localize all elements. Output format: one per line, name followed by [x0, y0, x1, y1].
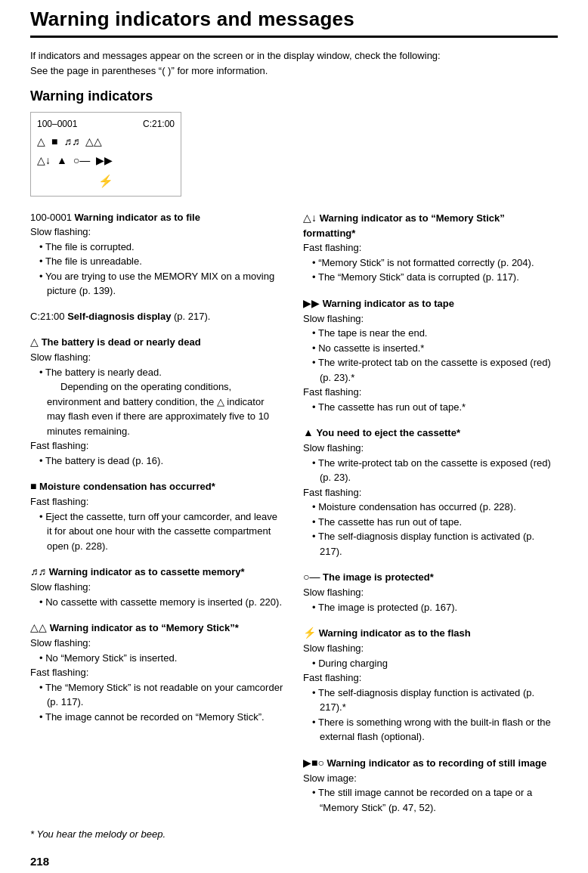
entry-ms-format: △↓ Warning indicator as to “Memory Stick… — [303, 210, 558, 285]
footnote: * You hear the melody or beep. — [30, 828, 558, 840]
entry-eject: ▲ You need to eject the cassette* Slow f… — [303, 425, 558, 559]
list-item: The battery is dead (p. 16). — [39, 454, 285, 469]
list-item: During charging — [312, 656, 558, 671]
display-icon-row1: △ ■ ♬♬ △△ — [37, 133, 175, 150]
list-item: The write-protect tab on the cassette is… — [312, 355, 558, 385]
list-item: The image is protected (p. 167). — [312, 600, 558, 615]
display-top-left: 100–0001 — [37, 117, 77, 132]
list-item: “Memory Stick” is not formatted correctl… — [312, 255, 558, 271]
list-item: No “Memory Stick” is inserted. — [39, 651, 285, 666]
entry-battery: △ The battery is dead or nearly dead Slo… — [30, 334, 285, 468]
list-item: Eject the cassette, turn off your camcor… — [39, 509, 285, 554]
list-item: The self-diagnosis display function is a… — [312, 686, 558, 715]
entry-cassette-mem: ♬♬ Warning indicator as to cassette memo… — [30, 564, 285, 609]
list-item: There is something wrong with the built-… — [312, 715, 558, 745]
content-columns: 100-0001 Warning indicator as to file Sl… — [30, 210, 558, 826]
entry-self-diag: C:21:00 Self-diagnosis display (p. 217). — [30, 309, 285, 324]
left-column: 100-0001 Warning indicator as to file Sl… — [30, 210, 285, 826]
page-title: Warning indicators and messages — [30, 0, 558, 38]
list-item: The file is corrupted. — [39, 240, 285, 255]
intro-paragraph: If indicators and messages appear on the… — [30, 48, 558, 78]
entry-file: 100-0001 Warning indicator as to file Sl… — [30, 210, 285, 299]
display-flash-icon: ⚡ — [37, 172, 175, 191]
entry-moisture: ■ Moisture condensation has occurred* Fa… — [30, 478, 285, 553]
list-item: The tape is near the end. — [312, 326, 558, 341]
list-item: Moisture condensation has occurred (p. 2… — [312, 500, 558, 515]
list-item: The battery is nearly dead. Depending on… — [39, 365, 285, 439]
list-item: You are trying to use the MEMORY MIX on … — [39, 269, 285, 299]
right-column: △↓ Warning indicator as to “Memory Stick… — [303, 210, 558, 826]
list-item: The cassette has run out of tape.* — [312, 400, 558, 415]
list-item: The image cannot be recorded on “Memory … — [39, 710, 285, 725]
display-top-right: C:21:00 — [143, 117, 175, 132]
list-item: The file is unreadable. — [39, 254, 285, 269]
list-item: The “Memory Stick” data is corrupted (p.… — [312, 270, 558, 285]
list-item: The still image cannot be recorded on a … — [312, 785, 558, 815]
list-item: The self-diagnosis display function is a… — [312, 529, 558, 559]
warning-indicators-title: Warning indicators — [30, 88, 558, 104]
page-number: 218 — [30, 855, 558, 868]
entry-flash: ⚡ Warning indicator as to the flash Slow… — [303, 625, 558, 745]
entry-protected: ○— The image is protected* Slow flashing… — [303, 569, 558, 615]
display-icon-row2: △↓ ▲ ○— ▶▶ — [37, 152, 175, 169]
list-item: No cassette with cassette memory is inse… — [39, 595, 285, 610]
list-item: No cassette is inserted.* — [312, 341, 558, 356]
list-item: The “Memory Stick” is not readable on yo… — [39, 680, 285, 710]
entry-still: ▶■○ Warning indicator as to recording of… — [303, 755, 558, 816]
entry-tape: ▶▶ Warning indicator as to tape Slow fla… — [303, 296, 558, 415]
entry-memory-stick: △△ Warning indicator as to “Memory Stick… — [30, 620, 285, 724]
indicator-display-box: 100–0001 C:21:00 △ ■ ♬♬ △△ △↓ ▲ ○— ▶▶ ⚡ — [30, 112, 181, 197]
list-item: The write-protect tab on the cassette is… — [312, 456, 558, 485]
list-item: The cassette has run out of tape. — [312, 515, 558, 530]
